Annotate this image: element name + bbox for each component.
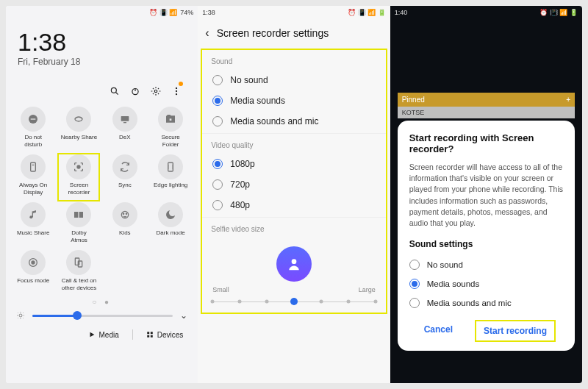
sound-option[interactable]: No sound xyxy=(202,70,385,90)
screen-recorder-settings-panel: 1:38 ⏰ 📳 📶 🔋 ‹ Screen recorder settings … xyxy=(198,6,390,383)
option-label: No sound xyxy=(427,260,463,269)
status-icons: ⏰ 📳 📶 🔋 xyxy=(348,9,386,16)
brightness-slider[interactable] xyxy=(32,315,173,317)
svg-rect-11 xyxy=(123,122,126,123)
svg-rect-32 xyxy=(147,332,149,334)
bottom-tabs: Media Devices xyxy=(6,322,198,347)
tile-aod[interactable]: Always OnDisplay xyxy=(10,151,56,198)
radio-icon xyxy=(409,260,420,270)
option-label: Media sounds and mic xyxy=(427,299,512,307)
dialog-sound-option[interactable]: No sound xyxy=(409,255,563,274)
tile-darkmode[interactable]: Dark mode xyxy=(148,199,193,246)
tile-dolby[interactable]: DolbyAtmos xyxy=(56,199,101,246)
tile-focusmode[interactable]: Focus mode xyxy=(10,247,56,293)
svg-point-6 xyxy=(176,90,177,92)
recording-dialog-panel: 1:40 ⏰ 📳 📶 🔋 Pinned + KOTSE Start record… xyxy=(390,6,582,383)
status-time: 1:40 xyxy=(395,9,408,16)
search-icon[interactable] xyxy=(110,86,120,96)
sound-option[interactable]: Media sounds xyxy=(202,90,385,111)
tile-label: Focus mode xyxy=(17,277,49,290)
back-icon[interactable]: ‹ xyxy=(205,26,209,40)
svg-point-25 xyxy=(126,213,126,214)
dialog-sound-option[interactable]: Media sounds and mic xyxy=(409,293,563,313)
tile-edgelight[interactable]: Edge lighting xyxy=(148,151,193,198)
svg-rect-22 xyxy=(79,212,83,218)
option-label: Media sounds and mic xyxy=(230,116,318,126)
tile-sync[interactable]: Sync xyxy=(102,151,148,198)
settings-header: ‹ Screen recorder settings xyxy=(198,19,390,49)
plus-icon[interactable]: + xyxy=(566,96,570,104)
tile-label: Sync xyxy=(118,182,132,195)
start-recording-dialog: Start recording with Screen recorder? Sc… xyxy=(398,121,575,351)
pinned-label: Pinned xyxy=(402,96,425,104)
svg-rect-34 xyxy=(147,335,149,338)
tile-label: Kids xyxy=(119,229,131,243)
musicshare-icon xyxy=(21,202,46,227)
battery-text: 74% xyxy=(180,9,193,16)
slider-dot xyxy=(373,300,377,304)
screenrec-icon xyxy=(66,154,91,179)
tile-label: DeX xyxy=(119,134,131,147)
svg-point-7 xyxy=(176,93,177,95)
video-option[interactable]: 480p xyxy=(202,195,385,215)
svg-rect-35 xyxy=(151,335,153,338)
notification-badge xyxy=(179,82,183,86)
radio-icon xyxy=(212,179,223,190)
svg-point-30 xyxy=(19,314,22,317)
option-label: 480p xyxy=(230,200,250,210)
video-option[interactable]: 1080p xyxy=(202,154,385,174)
status-time: 1:38 xyxy=(202,9,215,16)
option-label: Media sounds xyxy=(427,279,480,288)
tile-label: Always OnDisplay xyxy=(19,182,47,195)
slider-dot xyxy=(290,298,298,305)
tile-musicshare[interactable]: Music Share xyxy=(10,199,56,246)
tile-calltext[interactable]: Call & text onother devices xyxy=(56,247,101,293)
devices-button[interactable]: Devices xyxy=(146,331,184,339)
pinned-header[interactable]: Pinned + xyxy=(398,93,575,107)
power-icon[interactable] xyxy=(130,86,140,96)
tile-dnd[interactable]: Do notdisturb xyxy=(10,104,56,150)
svg-rect-13 xyxy=(31,163,36,171)
selfie-heading: Selfie video size xyxy=(202,219,385,238)
svg-rect-12 xyxy=(170,118,172,121)
tile-kids[interactable]: Kids xyxy=(102,199,148,246)
sound-option[interactable]: Media sounds and mic xyxy=(202,111,385,132)
brightness-icon xyxy=(16,311,25,320)
sound-heading: Sound xyxy=(202,51,385,70)
dialog-sound-option[interactable]: Media sounds xyxy=(409,274,563,293)
dialog-body: Screen recorder will have access to all … xyxy=(409,162,563,229)
radio-icon xyxy=(409,298,420,308)
svg-rect-33 xyxy=(151,332,153,334)
list-item[interactable]: KOTSE xyxy=(398,107,575,118)
start-recording-button[interactable]: Start recording xyxy=(475,320,556,342)
securefolder-icon xyxy=(158,107,183,132)
radio-icon xyxy=(409,279,420,289)
media-button[interactable]: Media xyxy=(88,331,119,339)
tile-label: Screenrecorder xyxy=(68,182,90,195)
slider-dot xyxy=(265,300,269,304)
status-bar: ⏰ 📳 📶 74% xyxy=(6,6,198,19)
video-option[interactable]: 720p xyxy=(202,174,385,195)
aod-icon xyxy=(21,154,46,179)
sync-icon xyxy=(112,154,137,179)
slider-dot xyxy=(238,300,242,304)
selfie-size-slider[interactable] xyxy=(212,295,375,308)
page-title: Screen recorder settings xyxy=(217,27,329,39)
option-label: Media sounds xyxy=(230,96,285,106)
more-icon[interactable] xyxy=(171,86,186,96)
slider-dot xyxy=(346,300,350,304)
size-large-label: Large xyxy=(359,286,376,293)
tile-label: Dark mode xyxy=(157,229,185,243)
tile-securefolder[interactable]: SecureFolder xyxy=(148,104,193,150)
tile-label: Do notdisturb xyxy=(24,134,42,147)
tile-nearby[interactable]: Nearby Share xyxy=(56,104,101,150)
tile-label: SecureFolder xyxy=(161,134,179,147)
gear-icon[interactable] xyxy=(151,86,161,96)
chevron-down-icon[interactable]: ⌄ xyxy=(180,310,187,321)
cancel-button[interactable]: Cancel xyxy=(417,320,460,342)
tile-dex[interactable]: DeX xyxy=(102,104,148,150)
status-icons: ⏰ 📳 📶 xyxy=(149,9,177,16)
option-label: 720p xyxy=(230,179,250,190)
tile-screenrec[interactable]: Screenrecorder xyxy=(56,151,101,198)
avatar-icon xyxy=(276,246,312,282)
